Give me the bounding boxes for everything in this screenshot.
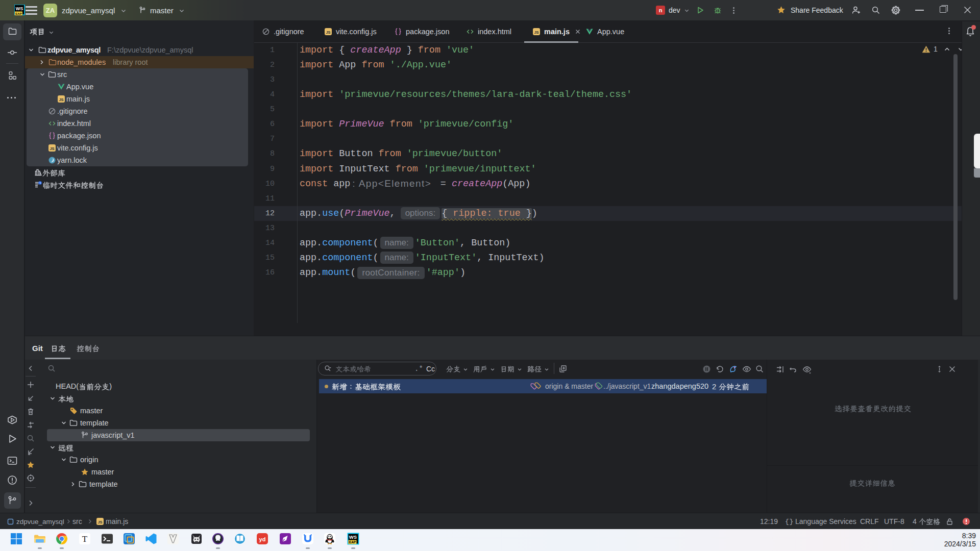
svg-text:JS: JS	[97, 520, 102, 524]
svg-text:EAP: EAP	[349, 540, 356, 544]
svg-text:JS: JS	[59, 97, 63, 102]
svg-text:yd: yd	[259, 536, 266, 542]
svg-text:JS: JS	[50, 146, 54, 151]
svg-text:JS: JS	[326, 30, 330, 34]
svg-text:T: T	[82, 534, 88, 544]
svg-text:JS: JS	[534, 30, 538, 34]
svg-text:WS: WS	[16, 6, 23, 11]
svg-text:EAP: EAP	[15, 12, 21, 15]
svg-text:WS: WS	[349, 534, 357, 540]
